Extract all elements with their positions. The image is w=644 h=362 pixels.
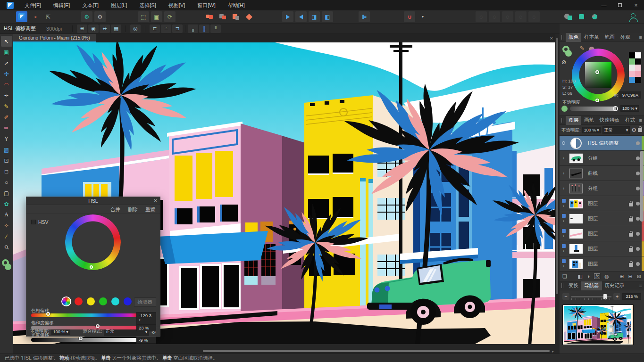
blend-mode-dropdown[interactable]: 正常 ▾ [602, 126, 630, 134]
ellipse-tool[interactable]: ○ [1, 177, 12, 188]
hsl-dialog-titlebar[interactable]: HSL × [26, 197, 160, 205]
recent-swatches[interactable] [629, 52, 641, 83]
tab-styles[interactable]: 样式 [622, 116, 638, 125]
saturation-shift-value[interactable]: 23 % [136, 324, 156, 331]
tab-quickfx[interactable]: 快速特效 [597, 116, 622, 125]
preferences-gear-button[interactable]: ⚙ [81, 11, 92, 22]
tab-color[interactable]: 颜色 [566, 33, 581, 42]
assistant-gear-button[interactable]: ⚙ [94, 11, 106, 22]
picker-button[interactable]: 拾取器 [134, 297, 157, 307]
hsl-adjustment-dialog[interactable]: HSL × 合并 删除 重置 HSV [26, 197, 160, 337]
pencil-tool[interactable]: ✎ [1, 101, 12, 112]
new-layer-icon[interactable]: ⊞ [619, 273, 624, 280]
close-button[interactable]: × [628, 0, 644, 10]
hsl-merge-button[interactable]: 合并 [110, 206, 120, 213]
tab-navigator[interactable]: 导航器 [581, 281, 602, 290]
saturation-shift-slider[interactable] [31, 326, 137, 329]
hex-field[interactable]: 97C98A [619, 91, 641, 99]
lock-icon[interactable] [629, 218, 633, 222]
boolean-add-button[interactable] [204, 11, 215, 22]
edit-all-layers-button[interactable]: ◉ [88, 25, 99, 33]
swatch-master[interactable] [62, 297, 70, 305]
navigator-panel-menu-icon[interactable]: ≡ [639, 283, 642, 288]
tab-transform[interactable]: 变换 [566, 281, 581, 290]
minimize-button[interactable]: — [596, 0, 612, 10]
panel-grip-icon[interactable] [561, 283, 563, 288]
move-forward-button[interactable]: ◨ [309, 11, 320, 22]
layer-row[interactable]: › 图层 [560, 211, 644, 226]
move-backward-button[interactable]: ◧ [322, 11, 333, 22]
insert-ontop-button[interactable] [589, 11, 600, 22]
expand-arrow-icon[interactable]: › [560, 166, 568, 181]
layer-row[interactable]: › 图层 [560, 196, 644, 211]
vector-brush-tool[interactable]: ✐ [1, 112, 12, 123]
visibility-dot[interactable] [636, 217, 640, 221]
color-opacity-dropdown[interactable]: 100 % ▾ [620, 105, 639, 112]
rectangle-tool[interactable]: □ [1, 166, 12, 177]
visibility-dot[interactable] [636, 232, 640, 236]
tab-layers[interactable]: 图层 [566, 116, 581, 125]
zoom-in-button[interactable]: + [613, 293, 620, 300]
color-square-marker[interactable] [595, 70, 599, 74]
layer-row[interactable]: › 图层 [560, 256, 644, 272]
layer-row[interactable]: › 曲线 [560, 166, 644, 181]
tab-brushes[interactable]: 画笔 [581, 116, 597, 125]
swatch-cyan[interactable] [111, 297, 119, 305]
color-panel-menu-icon[interactable]: ≡ [639, 34, 642, 40]
color-wheel-marker[interactable] [595, 99, 599, 102]
tab-stroke[interactable]: 笔画 [602, 33, 618, 42]
node-tool[interactable]: ↗ [1, 58, 12, 68]
lock-icon[interactable] [629, 203, 633, 206]
expand-arrow-icon[interactable]: › [563, 203, 564, 208]
duplicate-layer-icon[interactable]: ❏ [562, 273, 567, 280]
align-center-button[interactable]: ≐ [161, 25, 171, 33]
artboard-rotate-button[interactable]: ⟳ [164, 11, 176, 22]
tab-close-icon[interactable]: × [550, 35, 553, 41]
menu-text[interactable]: 文本[T] [76, 0, 105, 10]
align-middle-button[interactable]: ╫ [199, 25, 209, 33]
canvas-horizontal-scrollbar[interactable]: ▸ [13, 349, 555, 354]
pixel-persona-button[interactable]: ▪▪ [29, 11, 41, 22]
adjustment-icon[interactable]: ◑ [587, 273, 590, 279]
panel-grip-icon[interactable] [561, 35, 563, 40]
tab-history[interactable]: 历史记录 [602, 281, 627, 290]
layer-row[interactable]: › 图层 [560, 241, 644, 256]
zoom-slider-knob[interactable] [603, 294, 607, 299]
tab-appearance[interactable]: 外观 [618, 33, 633, 42]
tab-swatches[interactable]: 样本条 [581, 33, 602, 42]
expand-arrow-icon[interactable]: › [563, 248, 564, 254]
canvas-vertical-scrollbar[interactable] [555, 34, 560, 354]
menu-view[interactable]: 视图[V] [162, 0, 191, 10]
layers-panel-menu-icon[interactable]: ≡ [639, 117, 642, 123]
color-opacity-slider[interactable] [570, 107, 616, 111]
menu-file[interactable]: 文件[F] [18, 0, 47, 10]
visibility-dot[interactable] [636, 202, 640, 206]
flip-horizontal-button[interactable] [282, 11, 293, 22]
fill-tool[interactable]: Y [1, 133, 12, 144]
mask-layer-icon[interactable]: ◧ [577, 273, 582, 280]
color-opacity-knob[interactable] [613, 106, 618, 111]
expand-arrow-icon[interactable]: › [563, 263, 564, 269]
visibility-dot[interactable] [636, 247, 640, 251]
luminosity-shift-value[interactable]: -9 % [136, 337, 156, 344]
color-picker-tool[interactable]: ✧ [1, 220, 12, 231]
pen-tool[interactable]: ✒ [1, 90, 12, 101]
navigator-thumbnail[interactable] [562, 304, 634, 345]
lock-icon[interactable] [629, 233, 633, 237]
transform-mode-button[interactable]: ⬌ [100, 25, 110, 33]
menu-layer[interactable]: 图层[L] [105, 0, 133, 10]
layer-row[interactable]: › 分组 [560, 181, 644, 196]
no-color-icon[interactable]: ⊘ [561, 59, 566, 66]
pixel-grid-button[interactable]: ▦ [111, 25, 121, 33]
hue-shift-knob[interactable] [46, 312, 50, 316]
point-transform-tool[interactable]: ✣ [1, 68, 12, 79]
restore-button[interactable] [612, 0, 628, 10]
insert-inside-button[interactable] [576, 11, 587, 22]
expand-arrow-icon[interactable]: › [563, 233, 564, 239]
visibility-dot[interactable] [636, 187, 640, 190]
visibility-dot[interactable] [636, 156, 640, 160]
transparency-tool[interactable]: ▨ [1, 144, 12, 155]
move-tool[interactable]: ↖ [1, 36, 12, 47]
hsv-checkbox[interactable] [31, 220, 36, 224]
expand-arrow-icon[interactable]: › [560, 151, 568, 165]
